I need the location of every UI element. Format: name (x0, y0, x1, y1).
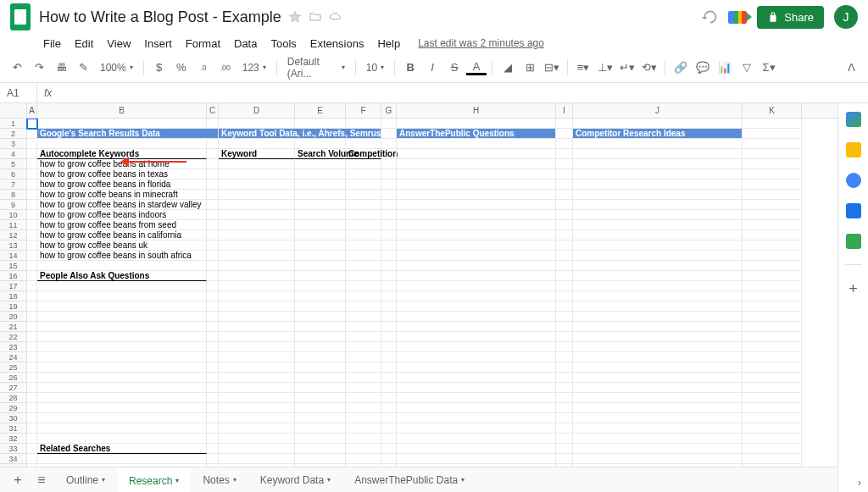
cell-K26[interactable] (743, 373, 802, 383)
cell-I15[interactable] (556, 261, 573, 271)
cell-F15[interactable] (346, 261, 381, 271)
cell-A7[interactable] (27, 180, 37, 190)
cell-F25[interactable] (346, 362, 381, 373)
cell-B17[interactable] (37, 281, 207, 291)
cell-K27[interactable] (743, 383, 802, 393)
cell-E3[interactable] (295, 139, 346, 149)
cell-E5[interactable] (295, 159, 346, 169)
cell-K10[interactable] (743, 210, 802, 220)
menu-tools[interactable]: Tools (264, 36, 302, 52)
cell-F34[interactable] (346, 454, 381, 464)
cell-C19[interactable] (207, 301, 219, 312)
paint-format-button[interactable]: ✎ (73, 58, 93, 78)
cell-B31[interactable] (37, 423, 207, 434)
cell-G10[interactable] (381, 210, 397, 220)
cell-H10[interactable] (397, 210, 556, 220)
row-header-26[interactable]: 26 (0, 373, 26, 383)
col-header-A[interactable]: A (27, 103, 37, 118)
rotate-button[interactable]: ⟲▾ (639, 58, 659, 78)
cell-C13[interactable] (207, 240, 219, 251)
cell-A27[interactable] (27, 383, 37, 393)
cell-C9[interactable] (207, 200, 219, 210)
cell-I1[interactable] (556, 119, 573, 129)
cell-G5[interactable] (381, 159, 397, 169)
cell-E30[interactable] (295, 413, 346, 423)
cell-G19[interactable] (381, 301, 397, 312)
cell-H2[interactable]: AnswerThePublic Questions (397, 129, 556, 139)
cell-C32[interactable] (207, 434, 219, 444)
cell-B11[interactable]: how to grow coffee beans from seed (37, 220, 207, 230)
cell-C3[interactable] (207, 139, 219, 149)
cell-B27[interactable] (37, 383, 207, 393)
row-header-12[interactable]: 12 (0, 230, 26, 240)
cell-H16[interactable] (397, 271, 556, 281)
cell-C33[interactable] (207, 444, 219, 454)
cell-G25[interactable] (381, 362, 397, 373)
cell-H15[interactable] (397, 261, 556, 271)
cell-C7[interactable] (207, 180, 219, 190)
col-header-C[interactable]: C (207, 103, 219, 118)
cell-A29[interactable] (27, 403, 37, 413)
cell-B26[interactable] (37, 373, 207, 383)
cell-H34[interactable] (397, 454, 556, 464)
row-header-28[interactable]: 28 (0, 393, 26, 403)
cell-D10[interactable] (219, 210, 295, 220)
cell-F8[interactable] (346, 190, 381, 200)
cell-I4[interactable] (556, 149, 573, 159)
cell-H18[interactable] (397, 291, 556, 301)
cell-H17[interactable] (397, 281, 556, 291)
cell-H31[interactable] (397, 423, 556, 434)
cell-B13[interactable]: how to grow coffee beans uk (37, 240, 207, 251)
cell-F27[interactable] (346, 383, 381, 393)
cell-I32[interactable] (556, 434, 573, 444)
cell-G21[interactable] (381, 322, 397, 332)
cell-D11[interactable] (219, 220, 295, 230)
cell-F3[interactable] (346, 139, 381, 149)
cell-K21[interactable] (743, 322, 802, 332)
cell-J12[interactable] (573, 230, 743, 240)
cell-E34[interactable] (295, 454, 346, 464)
cell-K20[interactable] (743, 312, 802, 322)
cell-A13[interactable] (27, 240, 37, 251)
redo-button[interactable]: ↷ (29, 58, 49, 78)
cell-J15[interactable] (573, 261, 743, 271)
row-header-4[interactable]: 4 (0, 149, 26, 159)
cell-B23[interactable] (37, 342, 207, 352)
cell-J29[interactable] (573, 403, 743, 413)
cell-K14[interactable] (743, 251, 802, 261)
cell-F23[interactable] (346, 342, 381, 352)
cell-D12[interactable] (219, 230, 295, 240)
sheet-tab-research[interactable]: Research (117, 468, 191, 492)
cell-C31[interactable] (207, 423, 219, 434)
cell-H23[interactable] (397, 342, 556, 352)
cell-F10[interactable] (346, 210, 381, 220)
fill-color-button[interactable]: ◢ (498, 58, 518, 78)
cell-D27[interactable] (219, 383, 295, 393)
cell-C15[interactable] (207, 261, 219, 271)
cell-I8[interactable] (556, 190, 573, 200)
cell-J22[interactable] (573, 332, 743, 342)
cell-E26[interactable] (295, 373, 346, 383)
cell-D14[interactable] (219, 251, 295, 261)
avatar[interactable]: J (834, 5, 858, 29)
cell-H26[interactable] (397, 373, 556, 383)
cell-K19[interactable] (743, 301, 802, 312)
cell-I26[interactable] (556, 373, 573, 383)
cell-F13[interactable] (346, 240, 381, 251)
cell-G14[interactable] (381, 251, 397, 261)
cell-D25[interactable] (219, 362, 295, 373)
cell-E13[interactable] (295, 240, 346, 251)
cell-H1[interactable] (397, 119, 556, 129)
cell-J19[interactable] (573, 301, 743, 312)
cell-D4[interactable]: Keyword (219, 149, 295, 159)
cell-B32[interactable] (37, 434, 207, 444)
row-header-31[interactable]: 31 (0, 423, 26, 434)
col-header-D[interactable]: D (219, 103, 295, 118)
cell-E18[interactable] (295, 291, 346, 301)
cell-E7[interactable] (295, 180, 346, 190)
cell-K6[interactable] (743, 169, 802, 180)
cell-D26[interactable] (219, 373, 295, 383)
row-header-34[interactable]: 34 (0, 454, 26, 464)
cell-H5[interactable] (397, 159, 556, 169)
formula-input[interactable] (58, 87, 868, 99)
